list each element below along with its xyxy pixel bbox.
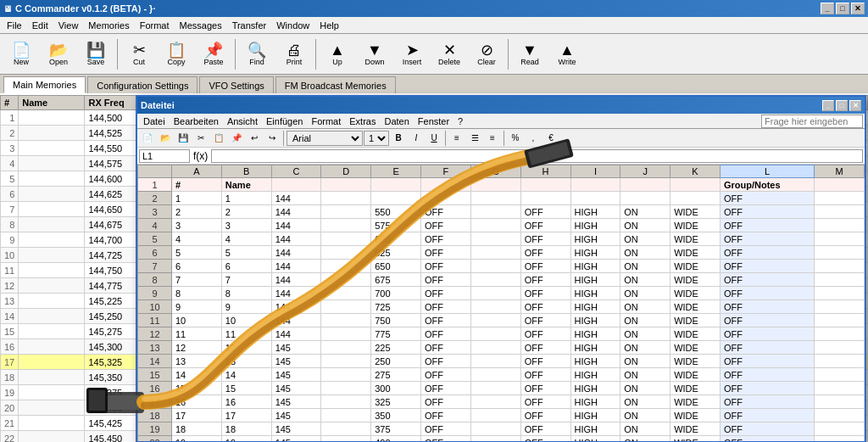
- ss-col-i[interactable]: I: [570, 165, 620, 178]
- ss-cell[interactable]: [470, 178, 520, 192]
- ss-cell[interactable]: WIDE: [670, 300, 721, 314]
- ss-cell[interactable]: OFF: [720, 436, 814, 442]
- ss-cell[interactable]: ON: [620, 327, 670, 341]
- ss-tool-bold[interactable]: B: [390, 131, 407, 146]
- ss-cell[interactable]: 17: [172, 409, 222, 422]
- ss-cell[interactable]: OFF: [421, 382, 471, 395]
- ss-cell[interactable]: OFF: [720, 422, 814, 436]
- ss-cell[interactable]: OFF: [720, 246, 814, 260]
- ss-cell[interactable]: [815, 382, 865, 395]
- ss-cell[interactable]: 11: [221, 327, 271, 341]
- ss-cell[interactable]: [470, 273, 520, 287]
- ss-cell[interactable]: WIDE: [670, 368, 721, 382]
- read-button[interactable]: ▼ Read: [512, 36, 548, 72]
- ss-cell[interactable]: 144: [271, 273, 321, 287]
- close-button[interactable]: ✕: [851, 3, 865, 14]
- ss-cell[interactable]: [815, 300, 865, 314]
- ss-cell[interactable]: HIGH: [570, 341, 620, 355]
- ss-cell[interactable]: [470, 192, 520, 205]
- ss-cell[interactable]: OFF: [720, 327, 814, 341]
- ss-cell[interactable]: 16: [172, 395, 222, 409]
- up-button[interactable]: ▲ Up: [320, 36, 355, 72]
- ss-cell[interactable]: [570, 178, 620, 192]
- ss-cell[interactable]: [321, 368, 371, 382]
- ss-cell[interactable]: [470, 205, 520, 219]
- ss-menu-ansicht[interactable]: Ansicht: [223, 115, 262, 127]
- tab-main-memories[interactable]: Main Memories: [3, 76, 86, 93]
- new-button[interactable]: 📄 New: [3, 36, 39, 72]
- ss-tool-underline[interactable]: U: [426, 131, 442, 146]
- ss-cell[interactable]: WIDE: [670, 273, 721, 287]
- ss-minimize[interactable]: _: [822, 100, 834, 111]
- ss-cell[interactable]: 10: [221, 314, 271, 327]
- ss-cell[interactable]: 5: [172, 246, 222, 260]
- ss-cell[interactable]: #: [172, 178, 222, 192]
- ss-cell[interactable]: [470, 287, 520, 300]
- save-button[interactable]: 💾 Save: [78, 36, 114, 72]
- ss-cell[interactable]: 144: [271, 260, 321, 273]
- ss-col-j[interactable]: J: [620, 165, 670, 178]
- ss-cell[interactable]: ON: [620, 341, 670, 355]
- ss-cell[interactable]: 10: [172, 314, 222, 327]
- ss-cell[interactable]: WIDE: [670, 246, 721, 260]
- ss-cell[interactable]: 145: [271, 341, 321, 355]
- menu-format[interactable]: Format: [135, 19, 175, 32]
- ss-cell[interactable]: 144: [271, 205, 321, 219]
- ss-cell[interactable]: [321, 382, 371, 395]
- ss-cell[interactable]: 250: [371, 355, 421, 368]
- ss-cell[interactable]: [470, 327, 520, 341]
- ss-cell[interactable]: 145: [271, 382, 321, 395]
- ss-cell[interactable]: [470, 246, 520, 260]
- ss-cell[interactable]: OFF: [421, 368, 471, 382]
- ss-tool-save[interactable]: 💾: [175, 131, 192, 146]
- ss-cell[interactable]: [470, 232, 520, 246]
- ss-cell[interactable]: [470, 395, 520, 409]
- ss-cell[interactable]: 2: [221, 205, 271, 219]
- ss-col-l[interactable]: L: [720, 165, 814, 178]
- ss-menu-daten[interactable]: Daten: [380, 115, 413, 127]
- ss-tool-italic[interactable]: I: [408, 131, 425, 146]
- ss-cell[interactable]: [815, 178, 865, 192]
- ss-cell[interactable]: 144: [271, 300, 321, 314]
- ss-cell[interactable]: 144: [271, 192, 321, 205]
- clear-button[interactable]: ⊘ Clear: [469, 36, 504, 72]
- menu-edit[interactable]: Edit: [27, 19, 53, 32]
- ss-cell[interactable]: 144: [271, 246, 321, 260]
- ss-cell[interactable]: OFF: [720, 219, 814, 232]
- ss-cell[interactable]: [520, 178, 570, 192]
- ss-cell[interactable]: [470, 355, 520, 368]
- ss-cell[interactable]: OFF: [421, 205, 471, 219]
- ss-cell[interactable]: 9: [172, 300, 222, 314]
- ss-cell[interactable]: OFF: [520, 219, 570, 232]
- ss-cell[interactable]: HIGH: [570, 314, 620, 327]
- ss-col-b[interactable]: B: [221, 165, 271, 178]
- ss-cell[interactable]: [470, 300, 520, 314]
- ss-menu-help[interactable]: ?: [453, 115, 467, 127]
- ss-cell[interactable]: OFF: [520, 436, 570, 442]
- ss-cell[interactable]: [321, 219, 371, 232]
- ss-cell[interactable]: [470, 219, 520, 232]
- ss-cell[interactable]: OFF: [421, 219, 471, 232]
- ss-cell[interactable]: [815, 355, 865, 368]
- write-button[interactable]: ▲ Write: [549, 36, 585, 72]
- ss-cell[interactable]: HIGH: [570, 205, 620, 219]
- ss-cell[interactable]: [815, 409, 865, 422]
- ss-cell[interactable]: [321, 395, 371, 409]
- ss-cell[interactable]: HIGH: [570, 287, 620, 300]
- ss-tool-redo[interactable]: ↪: [264, 131, 281, 146]
- ss-cell[interactable]: HIGH: [570, 219, 620, 232]
- tab-vfo[interactable]: VFO Settings: [199, 76, 273, 93]
- ss-cell[interactable]: [815, 422, 865, 436]
- ss-cell[interactable]: 16: [221, 395, 271, 409]
- ss-col-e[interactable]: E: [371, 165, 421, 178]
- ss-fontsize-select[interactable]: 10: [364, 131, 389, 146]
- ss-cell[interactable]: [470, 341, 520, 355]
- ss-cell[interactable]: OFF: [520, 232, 570, 246]
- ss-cell[interactable]: [321, 327, 371, 341]
- ss-col-k[interactable]: K: [670, 165, 721, 178]
- ss-cell[interactable]: HIGH: [570, 355, 620, 368]
- ss-cell[interactable]: 1: [221, 192, 271, 205]
- ss-cell[interactable]: 550: [371, 205, 421, 219]
- ss-cell[interactable]: [321, 246, 371, 260]
- ss-cell[interactable]: 675: [371, 273, 421, 287]
